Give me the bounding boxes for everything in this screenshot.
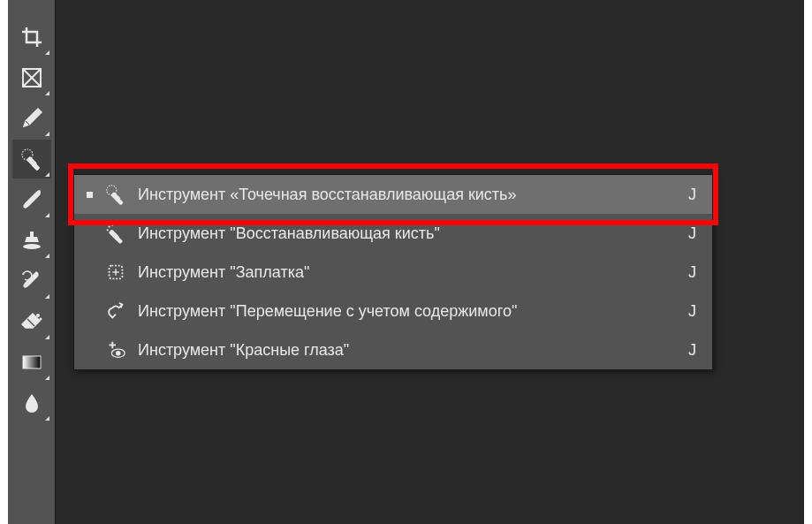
tool-crop[interactable] [12,18,51,57]
spot-healing-brush-icon [19,147,44,171]
current-tool-marker [85,190,94,199]
tool-eraser[interactable] [12,302,51,341]
flyout-item-label: Инструмент "Заплатка" [138,263,671,282]
svg-rect-10 [23,356,41,368]
flyout-item-shortcut: J [688,341,696,360]
eraser-icon [20,310,43,333]
clone-stamp-icon [20,229,43,252]
flyout-item-shortcut: J [688,186,696,204]
toolbar [8,0,56,524]
current-tool-marker [85,229,94,238]
svg-point-7 [23,244,41,249]
healing-brush-icon [102,220,129,247]
tool-history-brush[interactable] [12,262,51,300]
flyout-item-shortcut: J [688,302,696,321]
flyout-item-healing-brush[interactable]: Инструмент "Восстанавливающая кисть" J [74,214,712,253]
flyout-item-label: Инструмент "Восстанавливающая кисть" [138,224,671,243]
tool-gradient[interactable] [12,343,51,382]
brush-icon [20,188,43,211]
crop-icon [20,26,43,49]
current-tool-marker [85,307,94,315]
gradient-icon [20,351,43,374]
tool-eyedropper[interactable] [12,99,51,138]
tool-clone-stamp[interactable] [12,221,51,260]
flyout-item-spot-healing-brush[interactable]: Инструмент «Точечная восстанавливающая к… [74,175,712,214]
flyout-item-red-eye[interactable]: Инструмент "Красные глаза" J [74,330,712,369]
blur-icon [20,391,43,414]
eyedropper-icon [20,107,43,130]
flyout-item-label: Инструмент «Точечная восстанавливающая к… [138,186,671,204]
frame-icon [20,66,43,89]
flyout-item-shortcut: J [688,224,696,243]
history-brush-icon [20,270,43,292]
svg-point-16 [108,225,110,227]
svg-rect-6 [30,232,34,237]
tool-brush[interactable] [12,180,51,219]
svg-point-8 [36,314,40,317]
current-tool-marker [85,346,94,354]
patch-icon [102,259,129,285]
tool-flyout-menu: Инструмент «Точечная восстанавливающая к… [73,174,713,370]
tool-blur[interactable] [12,384,51,422]
current-tool-marker [85,268,94,277]
content-aware-move-icon [102,298,129,324]
svg-point-9 [39,318,42,321]
tool-spot-healing-brush[interactable] [12,140,51,178]
red-eye-icon [102,337,129,363]
flyout-item-label: Инструмент "Красные глаза" [138,341,671,360]
svg-point-18 [107,229,109,231]
flyout-item-content-aware-move[interactable]: Инструмент "Перемещение с учетом содержи… [74,292,712,330]
flyout-item-shortcut: J [688,263,696,282]
flyout-item-patch[interactable]: Инструмент "Заплатка" J [74,253,712,292]
flyout-item-label: Инструмент "Перемещение с учетом содержи… [138,302,671,321]
svg-point-17 [111,224,113,226]
svg-point-25 [116,351,121,356]
spot-healing-brush-icon [102,181,129,208]
tool-frame[interactable] [12,58,51,97]
